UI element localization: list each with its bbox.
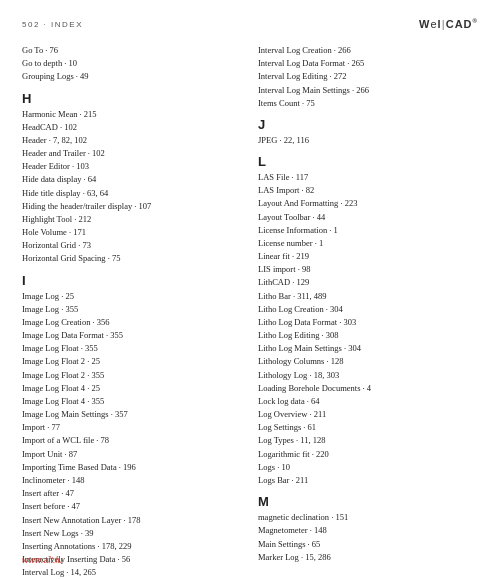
index-entry: Hiding the header/trailer display · 107 xyxy=(22,200,242,213)
index-entry: Header Editor · 103 xyxy=(22,160,242,173)
index-entry: Image Log · 25 xyxy=(22,290,242,303)
index-entry: Insert before · 47 xyxy=(22,500,242,513)
header-left-text: 502 · INDEX xyxy=(22,20,83,29)
right-column: Interval Log Creation · 266Interval Log … xyxy=(252,44,478,531)
index-entry: Litho Log Creation · 304 xyxy=(258,303,478,316)
index-entry: Interval Log Editing · 272 xyxy=(258,70,478,83)
index-entry: Items Count · 75 xyxy=(258,97,478,110)
index-entry: Log Settings · 61 xyxy=(258,421,478,434)
index-entry: Image Log Float 4 · 25 xyxy=(22,382,242,395)
left-column: Go To · 76Go to depth · 10Grouping Logs … xyxy=(22,44,252,531)
index-entry: Importing Time Based Data · 196 xyxy=(22,461,242,474)
index-entry: Magnetometer · 148 xyxy=(258,524,478,537)
index-entry: JPEG · 22, 116 xyxy=(258,134,478,147)
index-entry: Main Settings · 65 xyxy=(258,538,478,551)
index-entry: Inclinometer · 148 xyxy=(22,474,242,487)
index-entry: Image Log Creation · 356 xyxy=(22,316,242,329)
footer-url: www.alt.lu xyxy=(22,555,63,565)
index-entry: Marker Log · 15, 286 xyxy=(258,551,478,564)
index-entry: Layout And Formatting · 223 xyxy=(258,197,478,210)
page-header: 502 · INDEX Wel|CAD® xyxy=(22,18,478,30)
index-entry: Header and Trailer · 102 xyxy=(22,147,242,160)
index-entry: Lithology Log · 18, 303 xyxy=(258,369,478,382)
index-entry: Inserting Annotations · 178, 229 xyxy=(22,540,242,553)
section-letter-i: I xyxy=(22,273,242,288)
index-entry: LAS File · 117 xyxy=(258,171,478,184)
index-entry: Image Log Float 2 · 25 xyxy=(22,355,242,368)
index-entry: Highlight Tool · 212 xyxy=(22,213,242,226)
index-entry: Hole Volume · 171 xyxy=(22,226,242,239)
index-entry: LAS Import · 82 xyxy=(258,184,478,197)
index-entry: Insert New Logs · 39 xyxy=(22,527,242,540)
index-entry: Logarithmic fit · 220 xyxy=(258,448,478,461)
index-entry: Lock log data · 64 xyxy=(258,395,478,408)
index-entry: Image Log Float 4 · 355 xyxy=(22,395,242,408)
index-entry: Image Log Main Settings · 357 xyxy=(22,408,242,421)
header-right-text: Wel|CAD® xyxy=(419,18,478,30)
index-entry: Interval Log Main Settings · 266 xyxy=(258,84,478,97)
index-entry: HeadCAD · 102 xyxy=(22,121,242,134)
index-entry: Interval Log Creation · 266 xyxy=(258,44,478,57)
section-letter-m: M xyxy=(258,494,478,509)
index-entry: Log Types · 11, 128 xyxy=(258,434,478,447)
index-entry: License Information · 1 xyxy=(258,224,478,237)
index-entry: Import of a WCL file · 78 xyxy=(22,434,242,447)
index-entry: Image Log · 355 xyxy=(22,303,242,316)
index-entry: Horizontal Grid Spacing · 75 xyxy=(22,252,242,265)
index-entry: Hide title display · 63, 64 xyxy=(22,187,242,200)
index-entry: Image Log Float · 355 xyxy=(22,342,242,355)
index-entry: Hide data display · 64 xyxy=(22,173,242,186)
index-entry: Layout Toolbar · 44 xyxy=(258,211,478,224)
index-entry: Insert New Annotation Layer · 178 xyxy=(22,514,242,527)
section-letter-j: J xyxy=(258,117,478,132)
index-entry: Go to depth · 10 xyxy=(22,57,242,70)
section-letter-h: H xyxy=(22,91,242,106)
index-entry: Logs Bar · 211 xyxy=(258,474,478,487)
index-entry: Image Log Data Format · 355 xyxy=(22,329,242,342)
index-entry: magnetic declination · 151 xyxy=(258,511,478,524)
section-letter-l: L xyxy=(258,154,478,169)
index-entry: Image Log Float 2 · 355 xyxy=(22,369,242,382)
index-entry: LIS import · 98 xyxy=(258,263,478,276)
index-entry: Litho Bar · 311, 489 xyxy=(258,290,478,303)
index-entry: Insert after · 47 xyxy=(22,487,242,500)
index-entry: Lithology Columns · 128 xyxy=(258,355,478,368)
index-entry: Interval Log · 14, 265 xyxy=(22,566,242,579)
index-entry: License number · 1 xyxy=(258,237,478,250)
page: 502 · INDEX Wel|CAD® Go To · 76Go to dep… xyxy=(0,0,500,579)
index-entry: Litho Log Editing · 308 xyxy=(258,329,478,342)
index-entry: Harmonic Mean · 215 xyxy=(22,108,242,121)
index-entry: LithCAD · 129 xyxy=(258,276,478,289)
index-entry: Grouping Logs · 49 xyxy=(22,70,242,83)
index-entry: Import · 77 xyxy=(22,421,242,434)
content-area: Go To · 76Go to depth · 10Grouping Logs … xyxy=(22,44,478,531)
index-entry: Litho Log Data Format · 303 xyxy=(258,316,478,329)
index-entry: Loading Borehole Documents · 4 xyxy=(258,382,478,395)
index-entry: Linear fit · 219 xyxy=(258,250,478,263)
index-entry: Import Unit · 87 xyxy=(22,448,242,461)
index-entry: Litho Log Main Settings · 304 xyxy=(258,342,478,355)
index-entry: Header · 7, 82, 102 xyxy=(22,134,242,147)
index-entry: Log Overview · 211 xyxy=(258,408,478,421)
index-entry: Horizontal Grid · 73 xyxy=(22,239,242,252)
index-entry: Go To · 76 xyxy=(22,44,242,57)
index-entry: Interval Log Data Format · 265 xyxy=(258,57,478,70)
index-entry: Logs · 10 xyxy=(258,461,478,474)
